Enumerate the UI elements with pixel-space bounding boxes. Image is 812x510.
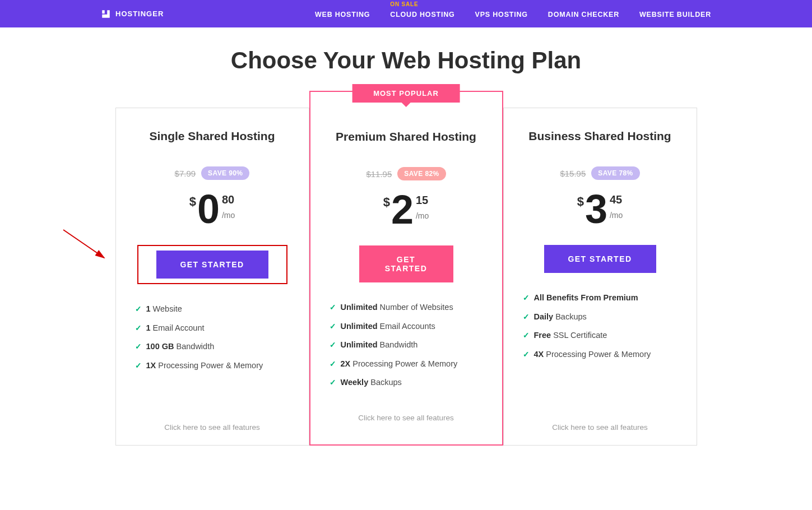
- page-title: Choose Your Web Hosting Plan: [0, 47, 812, 74]
- get-started-button[interactable]: GET STARTED: [359, 245, 453, 282]
- price-block: $ 0 80 /mo: [189, 189, 235, 229]
- price-block: $ 2 15 /mo: [383, 189, 429, 230]
- price-block: $ 3 45 /mo: [577, 189, 623, 229]
- old-price: $11.95: [366, 169, 392, 179]
- nav-item-vps-hosting[interactable]: VPS HOSTING: [475, 9, 528, 19]
- save-badge: SAVE 78%: [591, 166, 639, 180]
- check-icon: ✓: [330, 321, 336, 332]
- brand-name: HOSTINGER: [115, 10, 164, 18]
- check-icon: ✓: [135, 341, 142, 353]
- feature-list: ✓All Benefits From Premium ✓Daily Backup…: [519, 292, 681, 367]
- nav-item-domain-checker[interactable]: DOMAIN CHECKER: [548, 9, 619, 19]
- price-cents: 15: [416, 194, 429, 207]
- annotation-highlight-box: GET STARTED: [137, 245, 287, 284]
- plan-single-shared: Single Shared Hosting $7.99 SAVE 90% $ 0…: [115, 108, 309, 446]
- nav-link[interactable]: WEB HOSTING: [315, 11, 370, 18]
- per-month: /mo: [416, 211, 429, 220]
- nav-item-website-builder[interactable]: WEBSITE BUILDER: [639, 9, 711, 19]
- top-nav-bar: HOSTINGER WEB HOSTING ON SALE CLOUD HOST…: [0, 0, 812, 27]
- feature-item: ✓4X Processing Power & Memory: [523, 349, 678, 360]
- currency-symbol: $: [577, 194, 584, 209]
- per-month: /mo: [610, 211, 623, 220]
- feature-item: ✓All Benefits From Premium: [523, 292, 678, 304]
- feature-item: ✓Weekly Backups: [330, 377, 483, 388]
- price-whole: 2: [391, 189, 412, 230]
- price-cents: 45: [610, 193, 623, 206]
- price-row: $15.95 SAVE 78%: [560, 166, 639, 180]
- save-badge: SAVE 90%: [201, 166, 249, 180]
- per-month: /mo: [222, 211, 235, 220]
- feature-item: ✓2X Processing Power & Memory: [330, 358, 483, 370]
- see-all-features-link[interactable]: Click here to see all features: [358, 414, 453, 422]
- feature-item: ✓Unlimited Bandwidth: [330, 339, 483, 351]
- pricing-plans-container: Single Shared Hosting $7.99 SAVE 90% $ 0…: [0, 108, 812, 446]
- price-row: $7.99 SAVE 90%: [175, 166, 250, 180]
- get-started-button[interactable]: GET STARTED: [544, 245, 656, 273]
- check-icon: ✓: [330, 302, 336, 313]
- check-icon: ✓: [523, 312, 530, 323]
- plan-premium-shared: MOST POPULAR Premium Shared Hosting $11.…: [309, 91, 503, 446]
- feature-item: ✓1 Website: [135, 303, 290, 315]
- see-all-features-link[interactable]: Click here to see all features: [164, 423, 259, 432]
- check-icon: ✓: [135, 360, 142, 372]
- check-icon: ✓: [330, 340, 336, 351]
- save-badge: SAVE 82%: [397, 167, 446, 180]
- on-sale-badge: ON SALE: [390, 1, 418, 7]
- feature-item: ✓Free SSL Certificate: [523, 330, 678, 341]
- main-nav: WEB HOSTING ON SALE CLOUD HOSTING VPS HO…: [315, 9, 711, 19]
- nav-link[interactable]: WEBSITE BUILDER: [639, 11, 711, 18]
- feature-item: ✓Unlimited Email Accounts: [330, 321, 483, 332]
- feature-item: ✓1 Email Account: [135, 322, 290, 334]
- currency-symbol: $: [189, 194, 196, 209]
- feature-list: ✓Unlimited Number of Websites ✓Unlimited…: [326, 302, 486, 396]
- currency-symbol: $: [383, 195, 390, 210]
- nav-item-web-hosting[interactable]: WEB HOSTING: [315, 9, 370, 19]
- feature-item: ✓1X Processing Power & Memory: [135, 360, 290, 372]
- check-icon: ✓: [523, 330, 530, 341]
- feature-item: ✓Daily Backups: [523, 311, 678, 323]
- feature-item: ✓100 GB Bandwidth: [135, 341, 290, 353]
- price-row: $11.95 SAVE 82%: [366, 167, 446, 180]
- check-icon: ✓: [135, 323, 142, 334]
- plan-name: Single Shared Hosting: [149, 129, 275, 143]
- plan-business-shared: Business Shared Hosting $15.95 SAVE 78% …: [503, 108, 697, 446]
- check-icon: ✓: [330, 359, 336, 370]
- nav-link[interactable]: DOMAIN CHECKER: [548, 11, 619, 18]
- old-price: $7.99: [175, 169, 196, 178]
- check-icon: ✓: [135, 304, 142, 315]
- nav-item-cloud-hosting[interactable]: ON SALE CLOUD HOSTING: [390, 9, 454, 19]
- check-icon: ✓: [330, 377, 336, 388]
- feature-item: ✓Unlimited Number of Websites: [330, 302, 483, 313]
- price-whole: 0: [197, 189, 219, 229]
- hostinger-logo-icon: [101, 9, 111, 19]
- check-icon: ✓: [523, 349, 530, 360]
- check-icon: ✓: [523, 293, 530, 304]
- brand-logo[interactable]: HOSTINGER: [101, 9, 164, 19]
- nav-link[interactable]: CLOUD HOSTING: [390, 11, 454, 18]
- get-started-button[interactable]: GET STARTED: [156, 251, 268, 279]
- nav-link[interactable]: VPS HOSTING: [475, 11, 528, 18]
- plan-name: Business Shared Hosting: [528, 129, 671, 143]
- see-all-features-link[interactable]: Click here to see all features: [552, 423, 647, 432]
- old-price: $15.95: [560, 169, 586, 178]
- plan-name: Premium Shared Hosting: [336, 130, 476, 143]
- price-cents: 80: [222, 193, 235, 206]
- feature-list: ✓1 Website ✓1 Email Account ✓100 GB Band…: [132, 303, 293, 378]
- price-whole: 3: [585, 189, 606, 229]
- most-popular-badge: MOST POPULAR: [352, 84, 460, 103]
